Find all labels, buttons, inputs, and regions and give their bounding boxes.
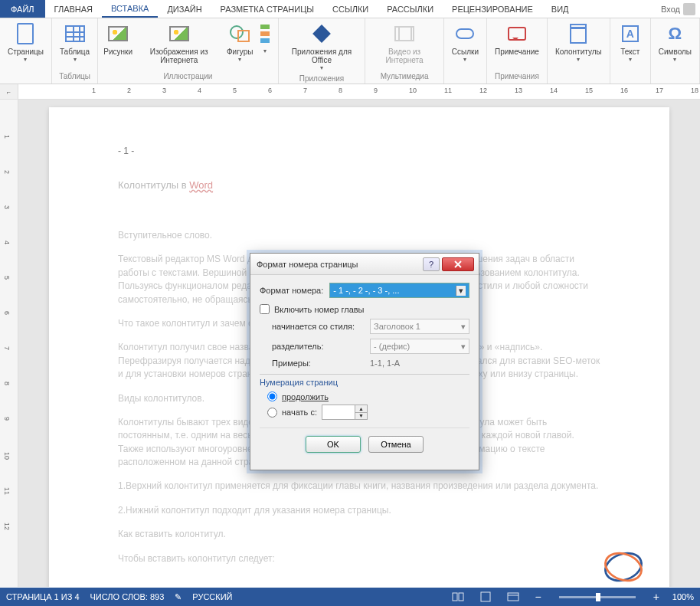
ruler-corner: ⌐ xyxy=(0,84,18,99)
tab-insert[interactable]: ВСТАВКА xyxy=(102,0,158,18)
avatar-icon xyxy=(683,3,695,15)
table-button[interactable]: Таблица▾ xyxy=(57,20,93,64)
online-picture-icon xyxy=(169,26,189,41)
pictures-button[interactable]: Рисунки xyxy=(103,20,133,57)
shapes-button[interactable]: Фигуры▾ xyxy=(224,20,255,64)
status-bar: СТРАНИЦА 1 ИЗ 4 ЧИСЛО СЛОВ: 893 ✎ РУССКИ… xyxy=(0,588,700,606)
zoom-slider[interactable] xyxy=(559,596,636,598)
watermark: WamOtvet.ru xyxy=(597,545,650,587)
ok-button[interactable]: OK xyxy=(306,436,361,453)
online-pictures-button[interactable]: Изображения из Интернета xyxy=(135,20,223,66)
spin-up[interactable]: ▲ xyxy=(355,405,367,413)
tab-layout[interactable]: РАЗМЕТКА СТРАНИЦЫ xyxy=(211,0,323,18)
video-button[interactable]: Видео из Интернета xyxy=(370,20,438,66)
svg-rect-5 xyxy=(453,593,457,601)
zoom-in-button[interactable]: + xyxy=(651,591,662,603)
document-title: Колонтитулы в Word xyxy=(118,179,600,191)
chevron-down-icon: ▾ xyxy=(461,322,466,332)
text-button[interactable]: AТекст▾ xyxy=(615,20,646,64)
login-label: Вход xyxy=(661,5,680,14)
omega-icon: Ω xyxy=(669,24,682,44)
tab-file[interactable]: ФАЙЛ xyxy=(0,0,45,18)
comment-button[interactable]: Примечание xyxy=(492,20,542,57)
links-button[interactable]: Ссылки▾ xyxy=(449,20,482,64)
watermark-icon xyxy=(602,545,645,587)
view-read-button[interactable] xyxy=(450,591,466,603)
pages-button[interactable]: Страницы▾ xyxy=(5,20,47,64)
svg-rect-2 xyxy=(260,38,270,43)
view-print-button[interactable] xyxy=(477,591,494,603)
group-label: Примечания xyxy=(495,70,539,82)
examples-value: 1-1, 1-A xyxy=(370,359,469,368)
link-icon xyxy=(456,28,474,39)
tab-review[interactable]: РЕЦЕНЗИРОВАНИЕ xyxy=(443,0,542,18)
status-page[interactable]: СТРАНИЦА 1 ИЗ 4 xyxy=(6,592,80,601)
starts-style-label: начинается со стиля: xyxy=(272,322,364,331)
svg-rect-1 xyxy=(260,31,270,36)
status-words[interactable]: ЧИСЛО СЛОВ: 893 xyxy=(90,592,165,601)
include-chapter-label: Включить номер главы xyxy=(274,305,365,314)
cancel-button[interactable]: Отмена xyxy=(368,436,424,453)
paragraph: Чтобы вставить колонтитул следует: xyxy=(118,552,600,565)
svg-rect-6 xyxy=(459,593,463,601)
spin-down[interactable]: ▼ xyxy=(355,413,367,420)
paragraph: 1.Верхний колонтитул применяется для фик… xyxy=(118,480,600,493)
tabs-bar: ФАЙЛ ГЛАВНАЯ ВСТАВКА ДИЗАЙН РАЗМЕТКА СТР… xyxy=(0,0,700,18)
separator-label: разделитель: xyxy=(272,342,364,351)
status-proofing-icon[interactable]: ✎ xyxy=(175,592,182,602)
start-at-radio[interactable] xyxy=(267,408,277,418)
smartart-button[interactable]: ▾ xyxy=(257,20,273,56)
tab-mailings[interactable]: РАССЫЛКИ xyxy=(378,0,443,18)
dialog-title: Формат номера страницы xyxy=(257,260,423,269)
view-web-button[interactable] xyxy=(505,591,522,603)
symbols-button[interactable]: ΩСимволы▾ xyxy=(656,20,695,64)
paragraph: Вступительное слово. xyxy=(118,229,600,242)
tab-view[interactable]: ВИД xyxy=(542,0,578,18)
start-at-input[interactable] xyxy=(322,405,355,419)
login-button[interactable]: Вход xyxy=(656,0,700,18)
close-icon xyxy=(454,260,462,268)
close-button[interactable] xyxy=(442,257,474,271)
ribbon: Страницы▾ Таблица▾ Таблицы Рисунки Изобр… xyxy=(0,18,700,84)
help-button[interactable]: ? xyxy=(423,257,440,271)
zoom-out-button[interactable]: − xyxy=(532,591,543,603)
status-lang[interactable]: РУССКИЙ xyxy=(192,592,232,601)
tab-home[interactable]: ГЛАВНАЯ xyxy=(45,0,102,18)
zoom-level[interactable]: 100% xyxy=(672,592,694,601)
app-icon xyxy=(312,25,331,43)
horizontal-ruler[interactable]: ⌐ 123456789101112131415161718 xyxy=(0,84,700,100)
format-select[interactable]: - 1 -, - 2 -, - 3 -, ...▾ xyxy=(329,283,469,298)
paragraph: 2.Нижний колонтитул подходит для указани… xyxy=(118,504,600,517)
starts-style-select[interactable]: Заголовок 1▾ xyxy=(370,319,469,334)
apps-button[interactable]: Приложения для Office▾ xyxy=(283,20,361,73)
start-at-spinner[interactable]: ▲▼ xyxy=(322,405,368,420)
chevron-down-icon: ▾ xyxy=(461,342,466,352)
svg-rect-7 xyxy=(481,592,490,601)
page-number-format-dialog: Формат номера страницы ? Формат номера: … xyxy=(250,253,479,470)
examples-label: Примеры: xyxy=(272,359,364,368)
comment-icon xyxy=(508,27,526,41)
zoom-thumb[interactable] xyxy=(596,593,600,601)
continue-label: продолжить xyxy=(282,392,329,401)
shapes-icon xyxy=(230,25,250,42)
separator-select[interactable]: - (дефис)▾ xyxy=(370,339,469,354)
format-label: Формат номера: xyxy=(260,286,323,295)
continue-radio[interactable] xyxy=(267,391,277,401)
table-icon xyxy=(65,25,85,42)
tab-references[interactable]: ССЫЛКИ xyxy=(323,0,378,18)
svg-rect-8 xyxy=(508,593,518,601)
dialog-titlebar[interactable]: Формат номера страницы ? xyxy=(250,254,479,275)
paragraph: Как вставить колонтитул. xyxy=(118,528,600,541)
header-icon xyxy=(570,24,587,44)
header-footer-button[interactable]: Колонтитулы▾ xyxy=(552,20,605,64)
group-label: Мультимедиа xyxy=(381,70,429,82)
picture-icon xyxy=(108,26,128,41)
svg-point-4 xyxy=(602,549,645,585)
svg-rect-0 xyxy=(260,25,270,29)
vertical-ruler[interactable]: 123456789101112 xyxy=(0,100,18,587)
chevron-down-icon: ▾ xyxy=(456,286,466,296)
text-icon: A xyxy=(622,25,639,42)
include-chapter-checkbox[interactable] xyxy=(260,304,270,314)
numbering-legend: Нумерация страниц xyxy=(260,378,469,387)
tab-design[interactable]: ДИЗАЙН xyxy=(158,0,211,18)
